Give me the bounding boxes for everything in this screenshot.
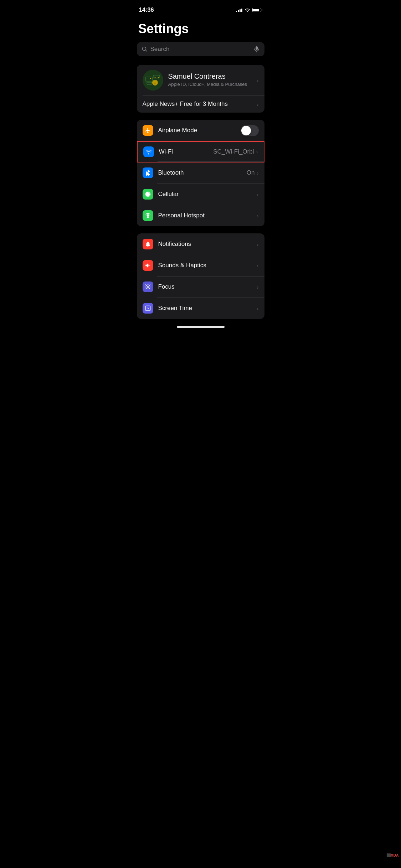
- bluetooth-icon: [143, 167, 153, 178]
- status-time: 14:36: [139, 6, 154, 14]
- profile-name: Samuel Contreras: [168, 72, 257, 81]
- connectivity-group: Airplane Mode Wi-Fi SC_Wi-Fi_Orbi ›: [137, 120, 264, 226]
- svg-point-12: [158, 77, 159, 78]
- sounds-row[interactable]: Sounds & Haptics ›: [137, 255, 264, 276]
- focus-icon: [143, 281, 153, 292]
- hotspot-icon: [143, 210, 153, 221]
- profile-row[interactable]: 0 Samuel Contreras Apple ID, iCloud+, Me…: [137, 65, 264, 95]
- profile-chevron: ›: [257, 77, 259, 83]
- airplane-mode-toggle[interactable]: [241, 125, 259, 136]
- status-icons: [236, 8, 262, 12]
- svg-point-11: [154, 77, 155, 78]
- screen-time-icon: [143, 303, 153, 314]
- svg-line-1: [145, 50, 147, 52]
- search-placeholder: Search: [150, 46, 251, 53]
- focus-label: Focus: [158, 283, 257, 290]
- news-chevron: ›: [257, 101, 259, 107]
- system-group: Notifications › Sounds & Haptics ›: [137, 233, 264, 319]
- search-bar[interactable]: Search: [137, 42, 264, 56]
- sounds-label: Sounds & Haptics: [158, 262, 257, 269]
- svg-point-4: [143, 70, 163, 91]
- focus-chevron: ›: [257, 284, 259, 290]
- focus-row[interactable]: Focus ›: [137, 276, 264, 298]
- sounds-icon: [143, 260, 153, 271]
- svg-point-23: [148, 308, 148, 309]
- screen-time-chevron: ›: [257, 305, 259, 311]
- wifi-icon: [143, 146, 154, 157]
- hotspot-label: Personal Hotspot: [158, 212, 257, 219]
- page-title: Settings: [137, 21, 264, 36]
- apple-news-label: Apple News+ Free for 3 Months: [143, 100, 257, 108]
- svg-text:0: 0: [154, 82, 156, 85]
- bluetooth-value: On: [247, 169, 255, 176]
- sounds-chevron: ›: [257, 263, 259, 269]
- cellular-label: Cellular: [158, 191, 257, 198]
- svg-point-21: [149, 265, 150, 266]
- status-bar: 14:36: [131, 0, 270, 18]
- notifications-icon: [143, 239, 153, 249]
- screen-time-label: Screen Time: [158, 305, 257, 312]
- bluetooth-row[interactable]: Bluetooth On ›: [137, 162, 264, 184]
- bluetooth-label: Bluetooth: [158, 169, 247, 176]
- profile-group: 0 Samuel Contreras Apple ID, iCloud+, Me…: [137, 65, 264, 113]
- avatar: 0: [143, 70, 163, 91]
- wifi-value: SC_Wi-Fi_Orbi: [213, 148, 254, 155]
- battery-icon: [252, 8, 262, 12]
- hotspot-row[interactable]: Personal Hotspot ›: [137, 205, 264, 226]
- profile-info: Samuel Contreras Apple ID, iCloud+, Medi…: [168, 72, 257, 88]
- screen-time-row[interactable]: Screen Time ›: [137, 298, 264, 319]
- svg-point-10: [150, 78, 151, 79]
- cellular-icon: [143, 189, 153, 200]
- svg-point-16: [147, 193, 149, 195]
- cellular-chevron: ›: [257, 191, 259, 197]
- airplane-mode-row[interactable]: Airplane Mode: [137, 120, 264, 141]
- home-indicator: [177, 326, 225, 328]
- signal-bars-icon: [236, 8, 242, 12]
- wifi-status-icon: [245, 8, 250, 12]
- svg-rect-2: [256, 46, 258, 50]
- main-content: Settings Search: [131, 21, 270, 319]
- apple-news-row[interactable]: Apple News+ Free for 3 Months ›: [137, 95, 264, 113]
- notifications-label: Notifications: [158, 241, 257, 248]
- notifications-chevron: ›: [257, 241, 259, 247]
- hotspot-chevron: ›: [257, 213, 259, 219]
- search-icon: [142, 46, 148, 52]
- wifi-chevron: ›: [256, 149, 258, 155]
- bluetooth-chevron: ›: [257, 170, 259, 176]
- microphone-icon[interactable]: [254, 46, 259, 52]
- cellular-row[interactable]: Cellular ›: [137, 184, 264, 205]
- wifi-label: Wi-Fi: [159, 148, 214, 155]
- airplane-mode-label: Airplane Mode: [158, 127, 241, 134]
- wifi-row[interactable]: Wi-Fi SC_Wi-Fi_Orbi ›: [137, 141, 264, 162]
- notifications-row[interactable]: Notifications ›: [137, 233, 264, 255]
- airplane-mode-icon: [143, 125, 153, 136]
- profile-subtitle: Apple ID, iCloud+, Media & Purchases: [168, 81, 257, 88]
